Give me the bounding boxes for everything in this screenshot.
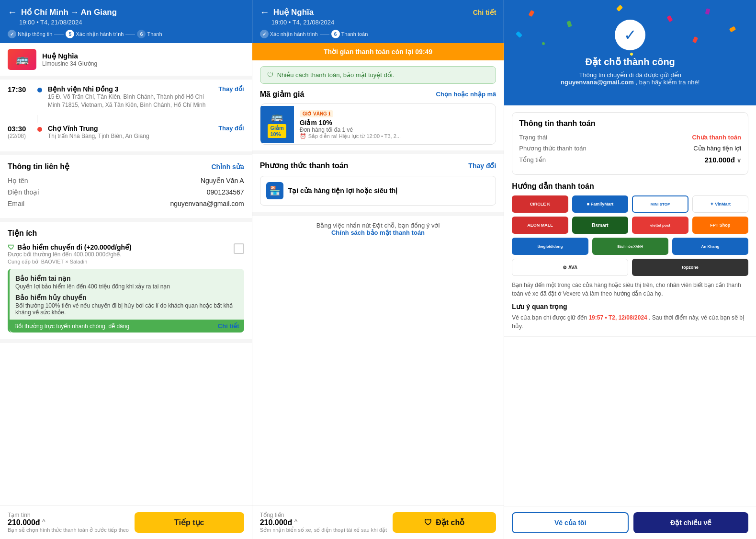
step2-circle-1: ✓ [260, 30, 269, 38]
back-button-1[interactable]: ← [8, 7, 17, 18]
book-button-label: Đặt chỗ [436, 518, 464, 527]
bottom-bar-1: Tạm tính 210.000đ ^ Bạn sẽ chọn hình thứ… [0, 505, 252, 539]
departure-detail: Bệnh viện Nhi Đồng 3 15 Đ. Võ Trần Chí, … [48, 85, 213, 109]
policy-text: Bằng việc nhấn nút Đặt chỗ, bạn đồng ý v… [316, 222, 440, 229]
insurance-footer-row: Bồi thường trực tuyến nhanh chóng, dễ dà… [10, 320, 244, 333]
cancel-title: Bảo hiểm hủy chuyến [15, 294, 238, 301]
arrival-change-btn[interactable]: Thay đổi [218, 125, 244, 132]
total-label: Tổng tiền [519, 156, 546, 163]
timer-time: 09:49 [415, 48, 432, 56]
step2-label-2: Thanh toán [341, 31, 368, 37]
my-ticket-button[interactable]: Vé của tôi [512, 512, 629, 533]
screen-1-body: 🚌 Huệ Nghĩa Limousine 34 Giường 17:30 Bệ… [0, 43, 252, 505]
payment-title: Phương thức thanh toán [260, 161, 349, 170]
accident-title: Bảo hiểm tai nạn [15, 275, 238, 282]
payment-method-label: Tại cửa hàng tiện lợi hoặc siêu thị [288, 187, 398, 195]
discount-title: Mã giảm giá [260, 90, 305, 99]
detail-link[interactable]: Chi tiết [473, 9, 496, 16]
insurance-item: 🛡 Bảo hiểm chuyến đi (+20.000đ/ghế) Được… [8, 243, 244, 265]
arrival-time: 03:30 [8, 125, 32, 133]
store-icon: 🏪 [266, 182, 283, 199]
screen-3-body: Thông tin thanh toán Trạng thái Chưa tha… [504, 105, 756, 539]
utilities-title: Tiện ích [8, 229, 37, 238]
guide-section: Hướng dẫn thanh toán CIRCLE K ■ FamilyMa… [504, 182, 756, 337]
route-connector [37, 115, 37, 123]
departure-dot [37, 88, 42, 92]
success-sub-text: Thông tin chuyến đi đã được gửi đến [579, 71, 681, 79]
email-row: Email nguyenvana@gmail.com [8, 200, 244, 207]
screen-1: ← Hồ Chí Minh → An Giang 19:00 • T4, 21/… [0, 0, 252, 539]
insurance-checkbox[interactable] [234, 243, 244, 254]
chevron-1: ^ [42, 518, 46, 527]
total-value: 210.000đ ∨ [704, 156, 741, 164]
departure-time: 17:30 [8, 85, 32, 93]
circlek-logo: CIRCLE K [512, 195, 568, 213]
arrival-address: Thị trấn Nhà Bàng, Tịnh Biên, An Giang [48, 132, 213, 140]
continue-button[interactable]: Tiếp tục [135, 512, 244, 533]
insurance-detail-link[interactable]: Chi tiết [218, 322, 239, 330]
name-value: Nguyễn Văn A [201, 177, 244, 184]
voucher-content: GIỜ VÀNG ℹ Giảm 10% Đơn hàng tối đa 1 vé… [294, 104, 496, 144]
step-2-2: 6 Thanh toán [331, 30, 368, 38]
topzone-logo: topzone [632, 259, 748, 276]
voucher-card[interactable]: 🚌 Giảm10% GIỜ VÀNG ℹ Giảm 10% Đơn hàng t… [260, 103, 496, 145]
voucher-bus-icon: 🚌 [271, 111, 283, 122]
arrival-place: Chợ Vĩnh Trung [48, 125, 213, 132]
contact-title: Thông tin liên hệ [8, 162, 69, 171]
steps-row-1: ✓ Nhập thông tin 5 Xác nhận hành trình 6… [8, 30, 244, 38]
status-label: Trạng thái [519, 134, 547, 141]
timer-text: Thời gian thanh toán còn lại [324, 48, 414, 56]
header-title-1: Hồ Chí Minh → An Giang [21, 7, 117, 17]
status-row: Trạng thái Chưa thanh toán [519, 134, 741, 141]
step2-line [320, 34, 329, 34]
payment-method-row: 🏪 Tại cửa hàng tiện lợi hoặc siêu thị [260, 176, 496, 206]
price-value-2: 210.000đ [260, 518, 293, 527]
screen-2: ← Huệ Nghĩa Chi tiết 19:00 • T4, 21/08/2… [252, 0, 505, 539]
header-1: ← Hồ Chí Minh → An Giang 19:00 • T4, 21/… [0, 0, 252, 43]
arrival-detail: Chợ Vĩnh Trung Thị trấn Nhà Bàng, Tịnh B… [48, 125, 213, 140]
contact-header: Thông tin liên hệ Chỉnh sửa [8, 162, 244, 171]
policy-link[interactable]: Chính sách bảo mật thanh toán [331, 229, 425, 236]
bottom-buttons-3: Vé của tôi Đặt chiều về [504, 506, 756, 539]
bachhoaxanh-logo: Bách hóa XANH [592, 238, 668, 255]
total-chevron: ∨ [737, 157, 741, 164]
success-sub: Thông tin chuyến đi đã được gửi đến nguy… [551, 71, 709, 86]
timer-bar: Thời gian thanh toán còn lại 09:49 [252, 43, 504, 60]
arrival-dot [37, 127, 42, 132]
payment-section: Phương thức thanh toán Thay đổi 🏪 Tại cử… [252, 154, 504, 216]
deadline-text: 19:57 • T2, 12/08/2024 [588, 314, 647, 321]
tgdd-logo: thegioididong [512, 238, 588, 255]
insurance-provider: Cung cấp bởi BAOVIET × Saladin [8, 259, 234, 265]
shield-secure-icon: 🛡 [267, 71, 273, 79]
phone-row: Điện thoại 0901234567 [8, 188, 244, 196]
voucher-badge: GIỜ VÀNG ℹ [300, 110, 333, 117]
return-ticket-button[interactable]: Đặt chiều về [633, 512, 748, 533]
contact-edit-btn[interactable]: Chỉnh sửa [211, 163, 244, 171]
back-button-2[interactable]: ← [260, 7, 270, 18]
departure-change-btn[interactable]: Thay đổi [218, 85, 244, 92]
guide-desc: Bạn hãy đến một trong các cửa hàng hoặc … [512, 281, 748, 298]
step-2: 5 Xác nhận hành trình [66, 30, 124, 38]
payment-change-btn[interactable]: Thay đổi [468, 162, 496, 170]
book-button[interactable]: 🛡 Đặt chỗ [393, 512, 496, 533]
bottom-note-2: Sớm nhận biển số xe, số điện thoại tài x… [260, 527, 387, 533]
step-circle-2: 5 [66, 30, 74, 38]
aeon-logo: AEON MALL [512, 217, 568, 234]
bottom-bar-2: Tổng tiền 210.000đ ^ Sớm nhận biển số xe… [252, 505, 504, 539]
total-row: Tổng tiền 210.000đ ∨ [519, 156, 741, 164]
store-logos-row3: thegioididong Bách hóa XANH An Khang [512, 238, 748, 255]
price-block-1: Tạm tính 210.000đ ^ Bạn sẽ chọn hình thứ… [8, 512, 129, 533]
discount-link[interactable]: Chọn hoặc nhập mã [436, 91, 496, 98]
trip-info: Huệ Nghĩa Limousine 34 Giường [42, 52, 244, 67]
price-block-2: Tổng tiền 210.000đ ^ Sớm nhận biển số xe… [260, 512, 387, 533]
important-note-title: Lưu ý quan trọng [512, 303, 748, 310]
store-logos-row1: CIRCLE K ■ FamilyMart MINI STOP ✦ VinMar… [512, 195, 748, 213]
price-value-row-1: 210.000đ ^ [8, 518, 129, 527]
header-subtitle-2: 19:00 • T4, 21/08/2024 [271, 19, 496, 26]
policy-notice: Bằng việc nhấn nút Đặt chỗ, bạn đồng ý v… [252, 216, 504, 242]
price-value-1: 210.000đ [8, 518, 40, 527]
price-value-row-2: 210.000đ ^ [260, 518, 387, 527]
bottom-row-1: Tạm tính 210.000đ ^ Bạn sẽ chọn hình thứ… [8, 512, 244, 533]
payment-info-title: Thông tin thanh toán [519, 119, 741, 128]
method-row: Phương thức thanh toán Cửa hàng tiện lợi [519, 145, 741, 152]
